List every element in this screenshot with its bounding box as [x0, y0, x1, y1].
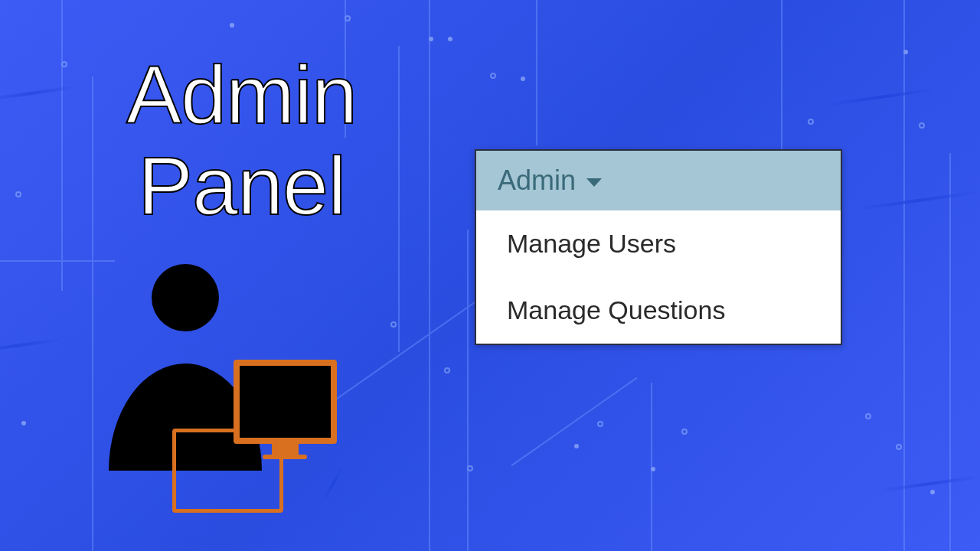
title-line-1: Admin [126, 50, 357, 141]
admin-dropdown: Admin Manage Users Manage Questions [475, 149, 842, 345]
dropdown-label: Admin [498, 165, 576, 197]
page-title: Admin Panel [126, 50, 357, 232]
caret-down-icon [586, 178, 602, 187]
dropdown-menu: Manage Users Manage Questions [476, 210, 841, 344]
menu-item-manage-questions[interactable]: Manage Questions [476, 277, 841, 344]
menu-item-manage-users[interactable]: Manage Users [476, 210, 841, 277]
title-line-2: Panel [126, 141, 357, 232]
admin-dropdown-toggle[interactable]: Admin [476, 151, 841, 210]
